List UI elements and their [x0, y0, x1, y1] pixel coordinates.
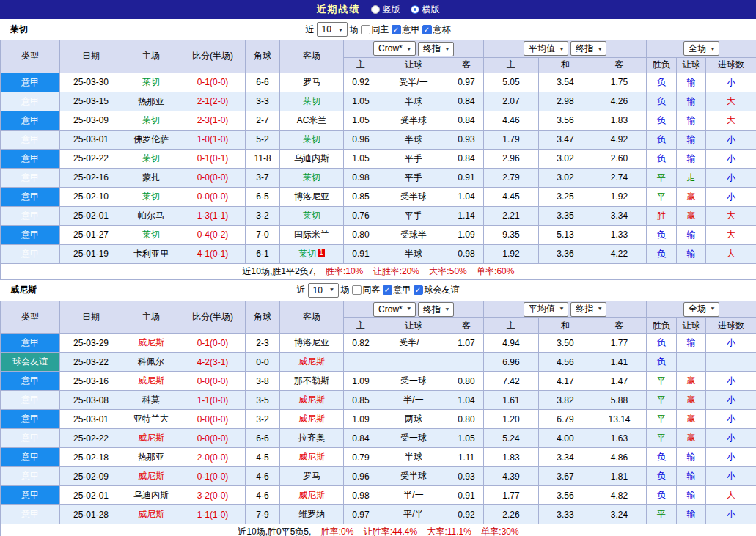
checkbox-icon[interactable]: ✓	[383, 285, 392, 295]
chevron-down-icon: ▼	[406, 306, 412, 312]
checkbox-icon[interactable]	[352, 285, 362, 295]
col-euro-away: 客	[592, 57, 647, 73]
home-team-cell: 威尼斯	[122, 429, 180, 448]
handicap-result-cell: 输	[677, 505, 706, 524]
euro-average-select[interactable]: 平均值▼	[524, 302, 568, 317]
euro-away-odds-cell: 4.26	[592, 92, 647, 111]
bookmaker-select[interactable]: Crow*▼	[373, 41, 416, 56]
checkbox-icon[interactable]	[361, 25, 370, 34]
scope-select[interactable]: 全场▼	[683, 41, 719, 56]
checkbox-icon[interactable]: ✓	[392, 25, 401, 34]
scope-select[interactable]: 全场▼	[683, 302, 719, 317]
asian-away-odds-cell: 1.05	[449, 429, 484, 448]
asian-odds-type-select[interactable]: 终指▼	[418, 302, 454, 317]
corners-cell: 6-5	[246, 187, 280, 206]
asian-home-odds-cell: 0.76	[344, 206, 378, 225]
match-row: 意甲25-01-27莱切0-4(0-2)7-0国际米兰0.80受球半1.099.…	[1, 225, 756, 244]
handicap-win-rate: 让胜率:44.4%	[364, 526, 417, 536]
away-team-name: 威尼斯	[298, 356, 325, 367]
checkbox-icon[interactable]: ✓	[422, 25, 432, 34]
record-summary-venezia: 近10场,胜0平5负5, 胜率:0% 让胜率:44.4% 大率:11.1% 单率…	[1, 524, 756, 536]
win-rate: 胜率:10%	[326, 266, 363, 276]
home-team-cell: 帕尔马	[122, 206, 180, 225]
col-euro-draw: 和	[539, 57, 592, 73]
handicap-result-cell: 输	[677, 225, 706, 244]
home-team-cell: 热那亚	[122, 448, 180, 467]
asian-away-odds-cell: 1.14	[449, 206, 484, 225]
page-title: 近期战绩	[317, 3, 361, 16]
euro-odds-type-select[interactable]: 终指▼	[570, 302, 606, 317]
goals-cell: 小	[706, 448, 756, 467]
coppa-italia-label: 意杯	[433, 23, 451, 36]
result-cell: 平	[647, 168, 677, 187]
league-type-cell: 意甲	[1, 467, 60, 486]
euro-average-select[interactable]: 平均值▼	[524, 41, 568, 56]
corners-cell: 5-2	[246, 130, 280, 149]
chevron-down-icon: ▼	[444, 306, 450, 312]
goals-cell: 小	[706, 130, 756, 149]
asian-home-odds-cell: 0.91	[344, 244, 378, 263]
club-friendly-checkbox[interactable]: ✓ 球会友谊	[414, 284, 460, 296]
result-cell: 负	[647, 73, 677, 92]
score-cell: 0-0(0-0)	[180, 429, 246, 448]
away-team-name: 威尼斯	[298, 490, 325, 500]
layout-horizontal-radio[interactable]: 横版	[411, 4, 440, 16]
date-cell: 25-01-28	[60, 505, 122, 524]
corners-cell: 4-6	[246, 467, 280, 486]
score-cell: 0-0(0-0)	[180, 187, 246, 206]
euro-draw-odds-cell: 3.67	[539, 467, 592, 486]
asian-odds-controls: Crow*▼ 终指▼	[344, 301, 484, 318]
league-type-cell: 意甲	[1, 187, 60, 206]
filters-lecce: 近 10 ▼ 场 同主 ✓ 意甲 ✓ 意杯	[0, 19, 756, 40]
euro-away-odds-cell: 1.92	[592, 187, 647, 206]
home-team-cell: 威尼斯	[122, 505, 180, 524]
filters-venezia: 近 10 ▼ 场 同客 ✓ 意甲 ✓ 球会友谊	[0, 280, 756, 301]
corners-cell: 3-8	[246, 372, 280, 391]
same-home-checkbox[interactable]: 同主	[361, 23, 389, 36]
result-cell: 胜	[647, 206, 677, 225]
horizontal-radio-icon[interactable]	[411, 5, 419, 14]
handicap-cell: 受半/一	[378, 73, 449, 92]
score-cell: 0-1(0-0)	[180, 73, 246, 92]
euro-draw-odds-cell: 3.02	[539, 149, 592, 168]
euro-odds-type-value: 终指	[576, 303, 593, 315]
away-team-cell: 国际米兰	[280, 225, 344, 244]
bookmaker-select[interactable]: Crow*▼	[373, 302, 416, 317]
same-away-checkbox[interactable]: 同客	[352, 284, 381, 296]
asian-away-odds-cell	[449, 353, 484, 372]
serie-a-checkbox[interactable]: ✓ 意甲	[383, 284, 411, 296]
asian-home-odds-cell: 0.85	[344, 391, 378, 410]
league-type-cell: 意甲	[1, 244, 60, 263]
league-type-cell: 意甲	[1, 410, 60, 429]
euro-odds-type-select[interactable]: 终指▼	[570, 41, 606, 56]
serie-a-checkbox[interactable]: ✓ 意甲	[392, 23, 420, 36]
away-team-cell: 乌迪内斯	[280, 149, 344, 168]
vertical-radio-icon[interactable]	[371, 5, 380, 14]
asian-odds-type-select[interactable]: 终指▼	[418, 42, 454, 56]
league-type-cell: 意甲	[1, 225, 60, 244]
match-row: 意甲25-03-01佛罗伦萨1-0(1-0)5-2莱切0.96半球0.931.7…	[1, 130, 756, 149]
match-row: 球会友谊25-03-22科佩尔4-2(3-1)0-0威尼斯6.964.561.4…	[1, 353, 756, 372]
col-date: 日期	[60, 40, 122, 73]
checkbox-icon[interactable]: ✓	[414, 285, 423, 295]
corners-cell: 3-3	[246, 92, 280, 111]
away-team-cell: 博洛尼亚	[280, 334, 344, 353]
goals-cell: 小	[706, 73, 756, 92]
home-team-cell: 佛罗伦萨	[122, 130, 180, 149]
euro-odds-controls: 平均值▼ 终指▼	[484, 301, 647, 318]
result-cell: 平	[647, 429, 677, 448]
euro-home-odds-cell: 7.42	[484, 372, 539, 391]
match-count-select[interactable]: 10 ▼	[317, 22, 348, 37]
layout-vertical-radio[interactable]: 竖版	[371, 4, 400, 16]
euro-home-odds-cell: 1.20	[484, 410, 539, 429]
match-count-select[interactable]: 10 ▼	[308, 283, 339, 298]
section-header-lecce: 莱切 近 10 ▼ 场 同主 ✓ 意甲 ✓ 意杯	[0, 19, 756, 40]
away-team-name: 莱切	[303, 134, 320, 144]
handicap-cell: 平/半	[378, 505, 449, 524]
chevron-down-icon: ▼	[444, 46, 450, 51]
date-cell: 25-02-01	[60, 206, 122, 225]
serie-a-label: 意甲	[394, 284, 411, 296]
euro-odds-controls: 平均值▼ 终指▼	[484, 40, 647, 58]
date-cell: 25-02-16	[60, 168, 122, 187]
coppa-italia-checkbox[interactable]: ✓ 意杯	[422, 23, 451, 36]
